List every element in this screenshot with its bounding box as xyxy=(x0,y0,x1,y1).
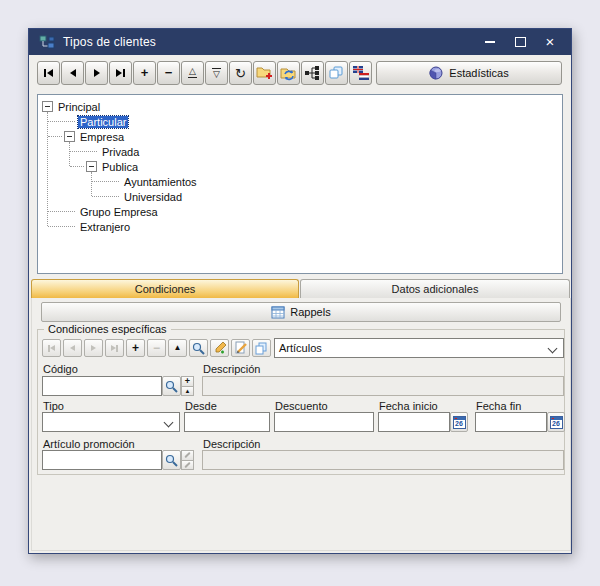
condiciones-especificas-group: Condiciones específicas + − ▲ xyxy=(37,329,565,475)
collapse-icon[interactable] xyxy=(86,161,97,172)
articulo-promocion-input[interactable] xyxy=(42,450,162,470)
estadisticas-button[interactable]: Estadísticas xyxy=(376,61,562,85)
tree-item-publica[interactable]: Publica xyxy=(38,159,562,174)
tree-item-empresa[interactable]: Empresa xyxy=(38,129,562,144)
minimize-button[interactable] xyxy=(483,35,497,49)
flags-icon xyxy=(353,66,369,80)
collapse-icon[interactable] xyxy=(64,131,75,142)
plus-icon: + xyxy=(141,67,149,79)
desde-input[interactable] xyxy=(184,412,270,432)
chevron-down-icon xyxy=(548,344,558,354)
tree-item-grupo-empresa[interactable]: Grupo Empresa xyxy=(38,204,562,219)
descripcion-label: Descripción xyxy=(203,363,260,375)
magnifier-icon xyxy=(165,454,178,467)
last-record-button[interactable] xyxy=(109,61,132,85)
translations-button[interactable] xyxy=(349,61,372,85)
tree-item-privada[interactable]: Privada xyxy=(38,144,562,159)
magnifier-icon xyxy=(165,380,178,393)
nav-insert-button[interactable]: + xyxy=(126,339,145,357)
prior-record-icon xyxy=(70,69,76,77)
nav-add-edit-button[interactable] xyxy=(210,339,229,357)
nav-last-button[interactable] xyxy=(105,339,124,357)
codigo-input[interactable] xyxy=(42,376,162,396)
fecha-inicio-calendar-button[interactable]: 26 xyxy=(450,412,468,432)
first-record-button[interactable] xyxy=(37,61,60,85)
tab-condiciones[interactable]: Condiciones xyxy=(31,279,299,298)
nav-copy-button[interactable] xyxy=(252,339,271,357)
codigo-search-button[interactable] xyxy=(162,376,181,396)
prior-record-icon xyxy=(70,345,75,351)
edit-pencil-button[interactable] xyxy=(181,461,194,471)
edit-pencil-button[interactable] xyxy=(181,450,194,461)
titlebar[interactable]: Tipos de clientes × xyxy=(29,29,571,55)
fecha-inicio-input[interactable] xyxy=(378,412,450,432)
spin-add-button[interactable]: + xyxy=(181,376,194,387)
refresh-button[interactable]: ↻ xyxy=(229,61,252,85)
descripcion-promocion-label: Descripción xyxy=(203,438,260,450)
prior-record-button[interactable] xyxy=(61,61,84,85)
pencil-icon xyxy=(184,452,190,458)
new-folder-button[interactable] xyxy=(253,61,276,85)
client-types-tree[interactable]: Principal Particular Empresa Privada Pub… xyxy=(37,94,563,274)
tab-datos-adicionales[interactable]: Datos adicionales xyxy=(300,279,570,298)
nav-edit-button[interactable] xyxy=(231,339,250,357)
estadisticas-label: Estadísticas xyxy=(449,67,508,79)
articulos-combobox[interactable]: Artículos xyxy=(274,338,564,358)
fecha-fin-input[interactable] xyxy=(475,412,547,432)
triangle-up-icon: ▲ xyxy=(174,344,182,352)
close-button[interactable]: × xyxy=(543,35,557,49)
minus-icon: − xyxy=(165,67,173,79)
main-toolbar: + − △ ▽ ↻ xyxy=(29,55,571,93)
tree-item-principal[interactable]: Principal xyxy=(38,99,562,114)
tipo-label: Tipo xyxy=(43,400,64,412)
tipo-combobox[interactable] xyxy=(42,412,180,432)
tree-item-extranjero[interactable]: Extranjero xyxy=(38,219,562,234)
tree-item-label: Universidad xyxy=(122,191,184,203)
tree-item-particular[interactable]: Particular xyxy=(38,114,562,129)
next-record-button[interactable] xyxy=(85,61,108,85)
move-down-button[interactable]: ▽ xyxy=(205,61,228,85)
tree-structure-button[interactable] xyxy=(301,61,324,85)
fecha-fin-calendar-button[interactable]: 26 xyxy=(547,412,565,432)
nav-delete-button[interactable]: − xyxy=(147,339,166,357)
tab-strip: Condiciones Datos adicionales xyxy=(29,279,571,298)
pie-chart-icon xyxy=(429,66,443,80)
move-up-button[interactable]: △ xyxy=(181,61,204,85)
tree-item-label: Ayuntamientos xyxy=(122,176,199,188)
tree-item-label: Extranjero xyxy=(78,221,132,233)
minus-icon: − xyxy=(153,343,160,353)
group-title: Condiciones específicas xyxy=(44,323,171,335)
tree-item-ayuntamientos[interactable]: Ayuntamientos xyxy=(38,174,562,189)
folder-refresh-icon xyxy=(280,66,298,81)
descuento-input[interactable] xyxy=(274,412,374,432)
maximize-button[interactable] xyxy=(513,35,527,49)
next-record-icon xyxy=(94,69,100,77)
collapse-icon[interactable] xyxy=(42,101,53,112)
nav-next-button[interactable] xyxy=(84,339,103,357)
next-record-icon xyxy=(91,345,96,351)
delete-record-button[interactable]: − xyxy=(157,61,180,85)
pencil-document-icon xyxy=(234,341,248,355)
tree-item-universidad[interactable]: Universidad xyxy=(38,189,562,204)
articulo-promocion-search-button[interactable] xyxy=(162,450,181,470)
tab-condiciones-label: Condiciones xyxy=(135,283,196,295)
articulo-promocion-edit-control xyxy=(181,450,194,470)
nav-search-button[interactable] xyxy=(189,339,208,357)
nav-first-button[interactable] xyxy=(42,339,61,357)
share-tree-icon xyxy=(305,66,320,80)
desde-label: Desde xyxy=(185,400,217,412)
nav-prior-button[interactable] xyxy=(63,339,82,357)
nav-up-button[interactable]: ▲ xyxy=(168,339,187,357)
add-record-button[interactable]: + xyxy=(133,61,156,85)
first-record-icon xyxy=(44,69,46,77)
articulos-combobox-value: Artículos xyxy=(279,342,322,354)
plus-icon: + xyxy=(132,343,139,353)
tree-line xyxy=(69,142,70,166)
last-record-icon xyxy=(116,69,122,77)
tree-item-label: Principal xyxy=(56,101,102,113)
rappels-button[interactable]: Rappels xyxy=(41,302,561,322)
refresh-folder-button[interactable] xyxy=(277,61,300,85)
chevron-down-icon xyxy=(164,418,174,428)
copy-structure-button[interactable] xyxy=(325,61,348,85)
spin-open-button[interactable]: ▲ xyxy=(181,387,194,396)
